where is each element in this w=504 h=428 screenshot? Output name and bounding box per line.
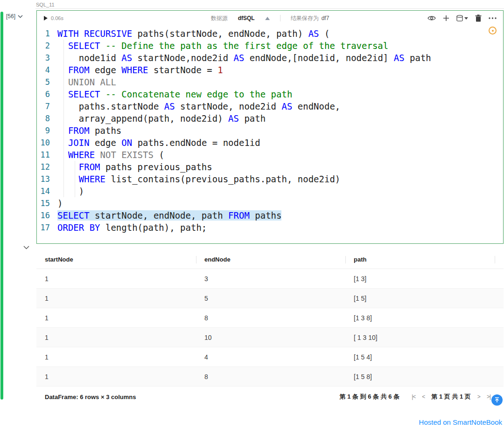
line-number: 15 <box>37 197 57 209</box>
table-cell: [ 1 3 10] <box>345 334 504 341</box>
code-line[interactable]: 17ORDER BY length(path), path; <box>37 221 503 234</box>
table-cell: 1 <box>36 353 196 361</box>
dataframe-summary: DataFrame: 6 rows × 3 columns <box>45 393 136 400</box>
line-number: 2 <box>37 40 57 52</box>
table-cell: [1 5 8] <box>345 373 504 380</box>
delete-cell-trash-icon[interactable] <box>475 14 482 22</box>
line-number: 16 <box>37 209 57 221</box>
line-number: 4 <box>37 64 57 76</box>
execution-count-area: [56] <box>6 13 23 20</box>
collapse-editor-icon[interactable] <box>265 17 270 20</box>
column-header-path[interactable]: path <box>345 256 504 263</box>
code-line[interactable]: 4 FROM edge WHERE startNode = 1 <box>37 64 503 76</box>
line-number: 11 <box>37 149 57 161</box>
code-editor[interactable]: 1WITH RECURSIVE paths(startNode, endNode… <box>37 26 503 234</box>
line-number: 17 <box>37 221 57 234</box>
table-cell: 1 <box>36 334 196 341</box>
line-number: 6 <box>37 88 57 100</box>
preview-eye-icon[interactable] <box>427 15 436 21</box>
code-line[interactable]: 9 FROM paths <box>37 124 503 137</box>
run-button[interactable] <box>43 15 48 21</box>
collapse-cell-chevron-icon[interactable] <box>18 15 23 18</box>
table-cell: 8 <box>196 373 345 380</box>
line-number: 10 <box>37 137 57 149</box>
table-cell: 3 <box>196 275 345 283</box>
cell-active-indicator <box>0 12 3 400</box>
table-row: 18[1 5 8] <box>36 367 504 387</box>
line-number: 3 <box>37 52 57 64</box>
line-number: 5 <box>37 76 57 88</box>
table-row: 15[1 5] <box>36 289 504 308</box>
column-header-endNode[interactable]: endNode <box>196 256 345 263</box>
line-number: 12 <box>37 161 57 173</box>
next-page-button[interactable]: > <box>477 393 480 400</box>
back-to-top-button[interactable] <box>491 394 503 406</box>
column-header-startNode[interactable]: startNode <box>36 256 196 263</box>
table-cell: 8 <box>196 314 345 322</box>
cell-title[interactable]: SQL_11 <box>36 2 55 7</box>
result-save-label: 结果保存为df7 <box>291 14 329 22</box>
code-line[interactable]: 16SELECT startNode, endNode, path FROM p… <box>37 209 503 221</box>
code-line[interactable]: 13 WHERE list_contains(previous_paths.pa… <box>37 173 503 185</box>
save-dataset-dropdown-icon[interactable] <box>456 15 468 22</box>
table-cell: [1 3] <box>345 275 504 283</box>
code-line[interactable]: 1WITH RECURSIVE paths(startNode, endNode… <box>37 28 503 40</box>
cell-toolbar: 0.06s 数据源 dfSQL 结果保存为df7 <box>37 11 503 26</box>
table-cell: [1 5] <box>345 295 504 302</box>
code-line[interactable]: 2 SELECT -- Define the path as the first… <box>37 40 503 52</box>
column-divider <box>345 256 346 263</box>
table-row: 14[1 5 4] <box>36 347 504 367</box>
toolbar-divider <box>280 15 280 21</box>
table-header: startNode endNode path <box>36 250 504 269</box>
table-cell: 1 <box>36 314 196 322</box>
code-line[interactable]: 3 node1id AS startNode,node2id AS endNod… <box>37 52 503 64</box>
table-body: 13[1 3]15[1 5]18[1 3 8]110[ 1 3 10]14[1 … <box>36 269 504 387</box>
table-row: 110[ 1 3 10] <box>36 328 504 347</box>
table-cell: 1 <box>36 295 196 302</box>
line-number: 7 <box>37 100 57 112</box>
line-number: 14 <box>37 185 57 197</box>
code-line[interactable]: 7 paths.startNode AS startNode, node2id … <box>37 100 503 112</box>
execution-count: [56] <box>6 13 15 20</box>
code-line[interactable]: 11 WHERE NOT EXISTS ( <box>37 149 503 161</box>
first-page-button[interactable]: |< <box>412 393 415 400</box>
datasource-label[interactable]: 数据源 <box>211 14 228 22</box>
code-line[interactable]: 15) <box>37 197 503 209</box>
table-cell: 1 <box>36 373 196 380</box>
table-cell: [1 3 8] <box>345 314 504 322</box>
run-duration: 0.06s <box>51 15 63 21</box>
result-variable[interactable]: df7 <box>322 15 329 21</box>
table-cell: 10 <box>196 334 345 341</box>
code-line[interactable]: 8 array_append(path, node2id) AS path <box>37 112 503 124</box>
table-cell: 1 <box>36 275 196 283</box>
pagination: 第 1 条 到 6 条 共 6 条 |< < 第 1 页 共 1 页 > >| <box>340 393 490 401</box>
table-row: 18[1 3 8] <box>36 308 504 328</box>
table-footer: DataFrame: 6 rows × 3 columns 第 1 条 到 6 … <box>36 387 504 407</box>
column-divider <box>196 256 196 263</box>
table-row: 13[1 3] <box>36 269 504 289</box>
last-page-button[interactable]: >| <box>487 393 490 400</box>
sql-cell: 0.06s 数据源 dfSQL 结果保存为df7 <box>36 10 504 244</box>
line-number: 8 <box>37 112 57 124</box>
code-line[interactable]: 10 JOIN edge ON paths.endNode = node1id <box>37 137 503 149</box>
line-number: 9 <box>37 124 57 137</box>
code-line[interactable]: 5 UNION ALL <box>37 76 503 88</box>
pagination-page: 第 1 页 共 1 页 <box>431 393 471 401</box>
code-line[interactable]: 14 ) <box>37 185 503 197</box>
table-cell: [1 5 4] <box>345 353 504 361</box>
more-options-icon[interactable] <box>489 17 497 19</box>
code-line[interactable]: 12 FROM paths previous_paths <box>37 161 503 173</box>
table-cell: 4 <box>196 353 345 361</box>
code-line[interactable]: 6 SELECT -- Concatenate new edge to the … <box>37 88 503 100</box>
assistant-badge-icon[interactable] <box>489 27 497 35</box>
table-cell: 5 <box>196 295 345 302</box>
engine-selector[interactable]: dfSQL <box>238 15 255 21</box>
cell-top-divider <box>35 8 504 9</box>
result-table: startNode endNode path 13[1 3]15[1 5]18[… <box>36 250 504 407</box>
add-cell-icon[interactable] <box>443 15 449 21</box>
pagination-range: 第 1 条 到 6 条 共 6 条 <box>340 393 400 401</box>
line-number: 1 <box>37 28 57 40</box>
hosted-link[interactable]: Hosted on SmartNoteBook <box>419 418 502 426</box>
collapse-result-chevron-icon[interactable] <box>23 246 29 249</box>
prev-page-button[interactable]: < <box>422 393 425 400</box>
